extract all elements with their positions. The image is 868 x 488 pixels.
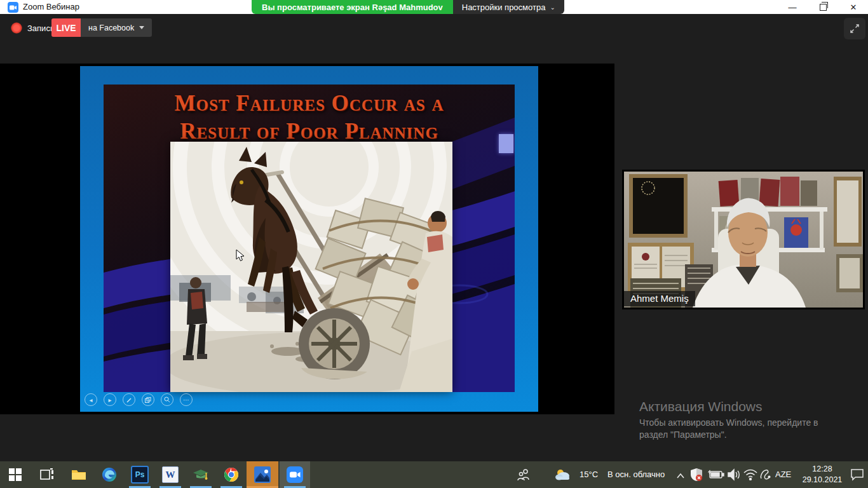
- tray-date: 29.10.2021: [796, 475, 849, 485]
- zoom-app-icon: [287, 466, 303, 483]
- participant-video-feed: [624, 172, 863, 308]
- start-button[interactable]: [0, 461, 31, 488]
- tray-weather-condition[interactable]: В осн. облачно: [607, 470, 665, 479]
- tray-time: 12:28: [796, 464, 849, 475]
- file-explorer-icon: [71, 468, 86, 481]
- task-view-button[interactable]: [32, 461, 62, 488]
- action-center-icon[interactable]: [850, 468, 864, 484]
- view-options-label: Настройки просмотра: [462, 3, 546, 12]
- next-slide-button[interactable]: ▸: [104, 393, 116, 406]
- slide-title: Most Failures Occur as a Result of Poor …: [104, 90, 515, 146]
- task-view-icon: [40, 468, 54, 481]
- word-icon: W: [162, 466, 179, 483]
- education-app-button[interactable]: [186, 461, 216, 488]
- wheel: [299, 308, 370, 379]
- tray-temperature[interactable]: 15°C: [580, 470, 598, 479]
- word-button[interactable]: W: [155, 461, 186, 488]
- mouse-cursor: [236, 249, 245, 262]
- photos-icon: [254, 466, 271, 483]
- dropdown-arrow-icon: [139, 26, 144, 29]
- all-slides-button[interactable]: [142, 393, 154, 406]
- chrome-icon: [224, 467, 239, 482]
- recording-label: Запись: [27, 24, 55, 33]
- graduation-cap-icon: [193, 468, 209, 482]
- people-tray-icon[interactable]: [516, 467, 531, 485]
- presentation-slide: Most Failures Occur as a Result of Poor …: [80, 66, 538, 412]
- weather-icon[interactable]: [554, 467, 572, 485]
- slideshow-toolbar: ◂ ▸ ⋯: [85, 393, 193, 406]
- zoom-logo-icon: [8, 2, 18, 13]
- zoom-app-button[interactable]: [280, 461, 310, 488]
- restore-icon: [820, 4, 827, 11]
- window-title: Zoom Вебинар: [23, 2, 79, 11]
- minimize-button[interactable]: —: [778, 0, 807, 14]
- restore-button[interactable]: [808, 0, 837, 14]
- participant-name-label: Ahmet Memiş: [624, 291, 695, 306]
- close-button[interactable]: ✕: [839, 0, 868, 14]
- fullscreen-button[interactable]: [844, 18, 865, 39]
- security-shield-icon[interactable]: [690, 468, 703, 484]
- chrome-button[interactable]: [216, 461, 247, 488]
- photoshop-button[interactable]: Ps: [125, 461, 155, 488]
- watermark-line2: раздел "Параметры".: [639, 429, 818, 441]
- prev-slide-button[interactable]: ◂: [85, 393, 97, 406]
- edge-icon: [102, 467, 117, 482]
- recording-indicator-icon: [11, 22, 22, 34]
- windows-taskbar: Ps W: [0, 461, 868, 488]
- edge-button[interactable]: [94, 461, 125, 488]
- donkey-cart-photo: [170, 142, 452, 392]
- watermark-title: Активация Windows: [639, 398, 818, 415]
- pen-tool-button[interactable]: [123, 393, 135, 406]
- photoshop-icon: Ps: [131, 466, 149, 484]
- tray-clock[interactable]: 12:28 29.10.2021: [796, 464, 849, 485]
- fullscreen-icon: [850, 24, 860, 34]
- wifi-icon[interactable]: [743, 469, 757, 483]
- facebook-label: на Facebook: [88, 24, 134, 32]
- chevron-down-icon: ⌄: [550, 4, 555, 11]
- watermark-line1: Чтобы активировать Windows, перейдите в: [639, 417, 818, 429]
- viewing-screen-label: Вы просматриваете экран Rəşad Mahmudov: [252, 0, 453, 14]
- windows-activation-watermark: Активация Windows Чтобы активировать Win…: [639, 398, 818, 441]
- zoom-slide-button[interactable]: [161, 393, 173, 406]
- participant-video-tile[interactable]: Ahmet Memiş: [622, 170, 865, 309]
- windows-ink-pen-icon[interactable]: [759, 468, 771, 484]
- more-options-button[interactable]: ⋯: [180, 393, 193, 406]
- slide-accent-rectangle: [499, 134, 513, 153]
- tray-expand-chevron[interactable]: [676, 470, 685, 482]
- windows-logo-icon: [9, 468, 22, 481]
- shared-screen-region: Most Failures Occur as a Result of Poor …: [0, 64, 614, 414]
- live-facebook-dropdown[interactable]: на Facebook: [81, 18, 152, 37]
- screen-share-banner: Вы просматриваете экран Rəşad Mahmudov Н…: [252, 0, 564, 14]
- battery-icon[interactable]: [708, 470, 724, 482]
- keyboard-language-indicator[interactable]: AZE: [775, 470, 791, 479]
- volume-icon[interactable]: [727, 468, 741, 484]
- live-badge: LIVE: [51, 18, 81, 37]
- photos-button-active[interactable]: [247, 461, 278, 488]
- file-explorer-button[interactable]: [64, 461, 94, 488]
- view-options-button[interactable]: Настройки просмотра ⌄: [453, 0, 564, 14]
